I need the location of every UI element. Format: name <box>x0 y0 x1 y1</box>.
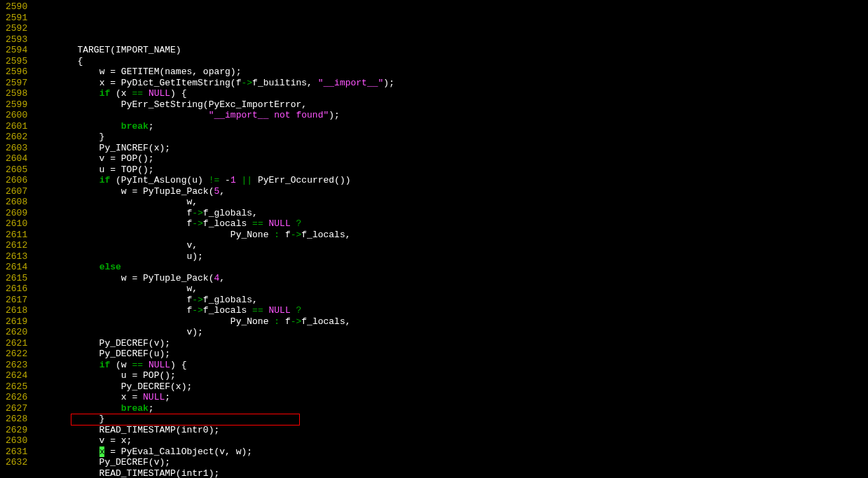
line-number: 2595 <box>6 56 34 67</box>
code-line[interactable]: w = GETITEM(names, oparg); <box>34 66 868 78</box>
code-line[interactable]: w, <box>34 283 868 295</box>
line-number: 2623 <box>6 360 34 371</box>
code-line[interactable]: if (x == NULL) { <box>34 88 868 99</box>
code-line[interactable]: Py_None : f->f_locals, <box>34 316 868 328</box>
code-line[interactable]: x = NULL; <box>34 392 868 403</box>
code-line[interactable]: if (w == NULL) { <box>34 360 868 371</box>
line-number: 2602 <box>6 132 34 143</box>
line-number: 2621 <box>6 338 34 349</box>
line-number: 2594 <box>6 45 34 56</box>
line-number: 2590 <box>6 1 34 13</box>
line-number: 2620 <box>6 327 34 338</box>
code-line[interactable]: f->f_globals, <box>34 208 868 219</box>
line-number: 2616 <box>6 283 34 295</box>
code-line[interactable]: f->f_locals == NULL ? <box>34 305 868 316</box>
code-line[interactable]: v = x; <box>34 435 868 447</box>
code-line[interactable] <box>34 34 868 45</box>
line-number: 2600 <box>6 110 34 121</box>
code-line[interactable]: } <box>34 414 868 425</box>
code-editor[interactable]: 2590259125922593259425952596259725982599… <box>0 0 868 478</box>
code-line[interactable]: f->f_locals == NULL ? <box>34 218 868 230</box>
line-number: 2615 <box>6 273 34 284</box>
line-number: 2597 <box>6 78 34 89</box>
line-number: 2599 <box>6 99 34 111</box>
line-number-gutter: 2590259125922593259425952596259725982599… <box>0 1 34 478</box>
code-line[interactable]: x = PyDict_GetItemString(f->f_builtins, … <box>34 78 868 89</box>
line-number: 2611 <box>6 230 34 241</box>
code-line[interactable]: } <box>34 132 868 143</box>
line-number: 2592 <box>6 23 34 34</box>
line-number: 2631 <box>6 447 34 458</box>
line-number: 2596 <box>6 66 34 78</box>
line-number: 2612 <box>6 240 34 251</box>
code-line[interactable]: { <box>34 56 868 67</box>
line-number: 2625 <box>6 381 34 393</box>
line-number: 2619 <box>6 316 34 328</box>
line-number: 2591 <box>6 13 34 24</box>
code-line[interactable]: Py_DECREF(v); <box>34 338 868 349</box>
line-number: 2604 <box>6 153 34 164</box>
code-line[interactable]: Py_DECREF(v); <box>34 457 868 468</box>
line-number: 2624 <box>6 370 34 381</box>
code-line[interactable]: TARGET(IMPORT_NAME) <box>34 45 868 56</box>
code-line[interactable]: Py_None : f->f_locals, <box>34 230 868 241</box>
line-number: 2614 <box>6 262 34 273</box>
line-number: 2626 <box>6 392 34 403</box>
code-line[interactable]: w = PyTuple_Pack(4, <box>34 273 868 284</box>
line-number: 2617 <box>6 295 34 306</box>
cursor-block: x <box>99 447 105 457</box>
code-line[interactable]: w = PyTuple_Pack(5, <box>34 186 868 197</box>
code-line[interactable]: break; <box>34 403 868 414</box>
line-number: 2613 <box>6 251 34 262</box>
code-line[interactable]: PyErr_SetString(PyExc_ImportError, <box>34 99 868 111</box>
code-line[interactable]: break; <box>34 121 868 132</box>
code-line[interactable]: "__import__ not found"); <box>34 110 868 121</box>
line-number: 2630 <box>6 435 34 447</box>
code-line[interactable]: READ_TIMESTAMP(intr0); <box>34 425 868 436</box>
code-line[interactable]: f->f_globals, <box>34 295 868 306</box>
line-number: 2605 <box>6 164 34 176</box>
line-number: 2601 <box>6 121 34 132</box>
code-line[interactable]: v = POP(); <box>34 153 868 164</box>
code-area[interactable]: TARGET(IMPORT_NAME) { w = GETITEM(names,… <box>34 1 868 478</box>
code-line[interactable]: Py_INCREF(x); <box>34 143 868 154</box>
code-line[interactable]: w, <box>34 197 868 208</box>
line-number: 2627 <box>6 403 34 414</box>
code-line[interactable]: u = POP(); <box>34 370 868 381</box>
code-line[interactable]: v); <box>34 327 868 338</box>
line-number: 2632 <box>6 457 34 468</box>
line-number: 2607 <box>6 186 34 197</box>
code-line[interactable]: if (PyInt_AsLong(u) != -1 || PyErr_Occur… <box>34 175 868 186</box>
code-line[interactable]: v, <box>34 240 868 251</box>
code-line[interactable]: READ_TIMESTAMP(intr1); <box>34 468 868 479</box>
line-number: 2610 <box>6 218 34 230</box>
line-number: 2629 <box>6 425 34 436</box>
code-line[interactable]: else <box>34 262 868 273</box>
code-line[interactable]: u = TOP(); <box>34 164 868 176</box>
line-number: 2603 <box>6 143 34 154</box>
line-number: 2609 <box>6 208 34 219</box>
code-line[interactable]: x = PyEval_CallObject(v, w); <box>34 447 868 458</box>
line-number: 2628 <box>6 414 34 425</box>
line-number: 2598 <box>6 88 34 99</box>
line-number: 2622 <box>6 349 34 360</box>
line-number: 2608 <box>6 197 34 208</box>
line-number: 2618 <box>6 305 34 316</box>
code-line[interactable]: Py_DECREF(u); <box>34 349 868 360</box>
code-line[interactable]: u); <box>34 251 868 262</box>
line-number: 2593 <box>6 34 34 45</box>
code-line[interactable]: Py_DECREF(x); <box>34 381 868 393</box>
line-number: 2606 <box>6 175 34 186</box>
